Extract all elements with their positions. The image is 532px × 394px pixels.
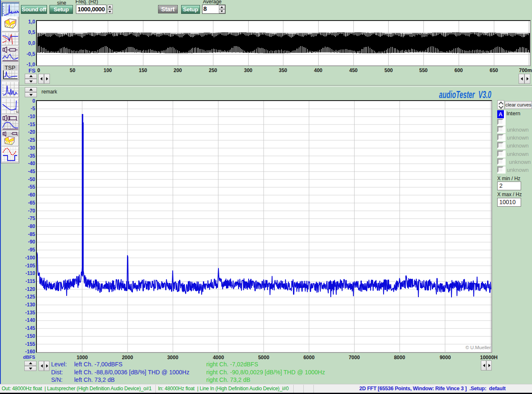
- svg-text:TSP: TSP: [5, 65, 15, 71]
